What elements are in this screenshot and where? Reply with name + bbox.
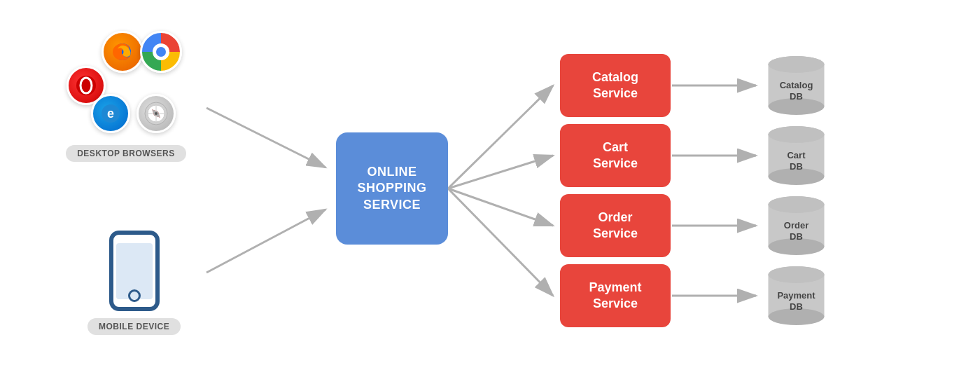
svg-point-22 — [155, 112, 158, 115]
cart-db-cylinder: Cart DB — [763, 121, 830, 191]
catalog-service-label: CatalogService — [592, 69, 638, 102]
svg-line-3 — [448, 85, 553, 188]
svg-text:Cart: Cart — [787, 150, 806, 160]
svg-text:DB: DB — [790, 231, 803, 242]
ie-icon: e — [91, 94, 130, 133]
order-db: Order DB — [763, 191, 830, 263]
svg-line-5 — [448, 188, 553, 226]
cart-db: Cart DB — [763, 121, 830, 193]
svg-point-32 — [769, 126, 825, 143]
mobile-device-group: MOBILE DEVICE — [88, 231, 181, 335]
svg-line-4 — [448, 156, 553, 188]
payment-service-box: PaymentService — [560, 264, 671, 327]
svg-line-2 — [206, 210, 326, 273]
svg-text:Order: Order — [784, 220, 808, 231]
svg-line-6 — [448, 188, 553, 296]
payment-service-label: PaymentService — [589, 280, 641, 313]
catalog-db: Catalog DB — [763, 50, 830, 123]
catalog-db-cylinder: Catalog DB — [763, 50, 830, 121]
cart-service-label: CartService — [593, 139, 638, 172]
online-shopping-service-box: ONLINE SHOPPING SERVICE — [336, 132, 448, 245]
svg-text:DB: DB — [790, 91, 803, 102]
catalog-service-box: CatalogService — [560, 54, 671, 117]
payment-db: Payment DB — [763, 261, 830, 334]
svg-point-26 — [769, 56, 825, 73]
mobile-icon — [109, 231, 160, 311]
svg-text:DB: DB — [790, 301, 803, 312]
mobile-device-label: MOBILE DEVICE — [88, 318, 181, 335]
center-line1: ONLINE — [357, 164, 426, 180]
desktop-browsers-group: e DESKTOP BROWSERS — [63, 27, 189, 162]
architecture-diagram: e DESKTOP BROWSERS MOBILE DEVI — [42, 6, 938, 371]
cart-service-box: CartService — [560, 124, 671, 187]
order-service-label: OrderService — [593, 210, 638, 242]
order-db-cylinder: Order DB — [763, 191, 830, 261]
center-line3: SERVICE — [357, 197, 426, 213]
svg-line-1 — [206, 108, 326, 167]
center-line2: SHOPPING — [357, 180, 426, 196]
svg-text:Payment: Payment — [777, 290, 816, 301]
safari-icon — [136, 94, 176, 133]
order-service-box: OrderService — [560, 194, 671, 257]
browser-icons: e — [63, 27, 189, 139]
desktop-browsers-label: DESKTOP BROWSERS — [66, 145, 186, 162]
firefox-icon — [102, 31, 144, 73]
svg-text:DB: DB — [790, 161, 803, 172]
svg-point-38 — [769, 196, 825, 213]
svg-point-44 — [769, 266, 825, 283]
payment-db-cylinder: Payment DB — [763, 261, 830, 331]
svg-text:Catalog: Catalog — [780, 80, 813, 90]
svg-text:e: e — [107, 107, 114, 121]
chrome-icon — [140, 31, 182, 73]
